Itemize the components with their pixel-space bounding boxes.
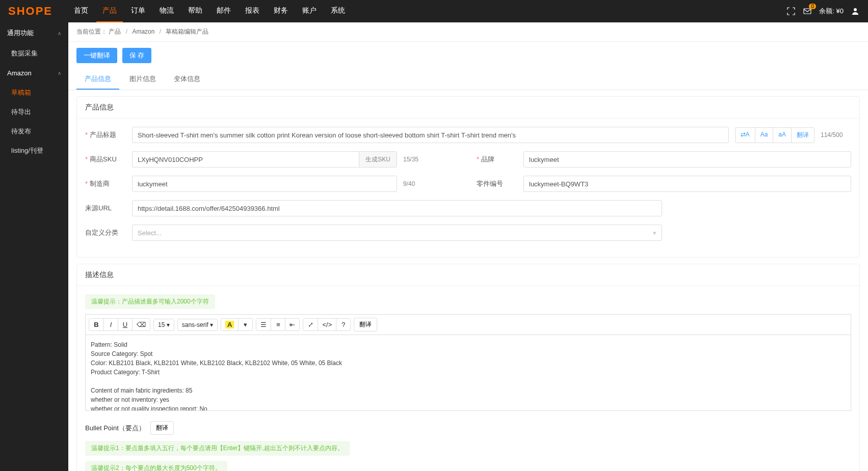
mail-icon[interactable]: 0 — [803, 7, 812, 16]
breadcrumb-product[interactable]: 产品 — [109, 28, 121, 35]
chevron-up-icon: ∧ — [58, 31, 61, 36]
logo: SHOPE — [8, 5, 52, 18]
nav-help[interactable]: 帮助 — [182, 0, 208, 22]
help-button[interactable]: ? — [336, 319, 350, 330]
topbar: SHOPE 首页 产品 订单 物流 帮助 邮件 报表 财务 账户 系统 0 余额… — [0, 0, 868, 22]
nav-mail[interactable]: 邮件 — [211, 0, 237, 22]
label-sku: 商品SKU — [85, 155, 126, 164]
label-brand: 品牌 — [477, 155, 517, 164]
nav-finance[interactable]: 财务 — [268, 0, 294, 22]
balance-label: 余额: ¥0 — [819, 7, 844, 16]
bullet-hint-2: 温馨提示2：每个要点的最大长度为500个字符。 — [85, 461, 227, 471]
label-source-url: 来源URL — [85, 204, 126, 213]
italic-button[interactable]: I — [103, 319, 118, 330]
brand-input[interactable] — [523, 151, 851, 168]
label-manufacturer: 制造商 — [85, 179, 126, 188]
generate-sku-button[interactable]: 生成SKU — [359, 151, 397, 168]
label-title: 产品标题 — [85, 130, 126, 140]
sidebar-item-publish[interactable]: 待发布 — [0, 122, 68, 141]
list-ol-button[interactable]: ≡ — [271, 319, 285, 330]
underline-button[interactable]: U — [118, 319, 132, 330]
action-bar: 一键翻译 保 存 — [68, 42, 868, 69]
card-title: 产品信息 — [77, 97, 859, 119]
breadcrumb: 当前位置： 产品 / Amazon / 草稿箱编辑产品 — [68, 22, 868, 42]
manufacturer-count: 9/40 — [403, 180, 434, 187]
label-custom-category: 自定义分类 — [85, 228, 126, 237]
nav-report[interactable]: 报表 — [239, 0, 266, 22]
erase-button[interactable]: ⌫ — [132, 319, 150, 330]
outdent-button[interactable]: ⇤ — [285, 319, 299, 330]
translate-title-button[interactable]: 翻译 — [791, 128, 814, 143]
sidebar-group-general[interactable]: 通用功能∧ — [0, 22, 68, 44]
label-part-number: 零件编号 — [477, 179, 517, 188]
nav-product[interactable]: 产品 — [96, 0, 123, 22]
user-icon[interactable] — [851, 7, 860, 16]
product-info-card: 产品信息 产品标题 ⇄A Aa aA 翻译 114/500 商品SKU — [76, 96, 860, 258]
breadcrumb-current: 草稿箱编辑产品 — [166, 28, 208, 35]
top-right: 0 余额: ¥0 — [786, 7, 860, 16]
chevron-up-icon: ∧ — [58, 70, 61, 76]
text-color-dropdown[interactable]: ▾ — [238, 319, 252, 330]
nav-system[interactable]: 系统 — [325, 0, 351, 22]
sku-count: 15/35 — [403, 156, 434, 163]
mail-badge: 0 — [809, 4, 816, 9]
code-button[interactable]: </> — [318, 319, 336, 330]
description-card: 描述信息 温馨提示：产品描述最多可输入2000个字符 B I U ⌫ 15 ▾ … — [76, 264, 860, 471]
font-size-select[interactable]: 15 ▾ — [153, 319, 174, 331]
expand-button[interactable]: ⤢ — [303, 319, 318, 330]
bold-button[interactable]: B — [89, 319, 103, 330]
text-color-button[interactable]: A — [221, 319, 238, 330]
font-family-select[interactable]: sans-serif ▾ — [177, 319, 218, 331]
sidebar-group-amazon[interactable]: Amazon∧ — [0, 63, 68, 83]
translate-button[interactable]: 一键翻译 — [76, 48, 117, 63]
svg-point-1 — [854, 8, 857, 11]
case-icon-2[interactable]: Aa — [755, 128, 773, 143]
case-icon-1[interactable]: ⇄A — [735, 128, 755, 143]
title-tools: ⇄A Aa aA 翻译 — [735, 127, 814, 143]
sku-input[interactable] — [132, 151, 359, 168]
nav-home[interactable]: 首页 — [68, 0, 94, 22]
top-nav: 首页 产品 订单 物流 帮助 邮件 报表 财务 账户 系统 — [68, 0, 351, 22]
breadcrumb-amazon[interactable]: Amazon — [132, 28, 154, 35]
part-number-input[interactable] — [523, 176, 851, 192]
source-url-input[interactable] — [132, 200, 662, 216]
editor-toolbar: B I U ⌫ 15 ▾ sans-serif ▾ A ▾ ☰ ≡ ⇤ — [85, 314, 851, 335]
manufacturer-input[interactable] — [132, 176, 397, 192]
tab-variant-info[interactable]: 变体信息 — [166, 69, 208, 89]
sidebar: 通用功能∧ 数据采集 Amazon∧ 草稿箱 待导出 待发布 listing/刊… — [0, 22, 68, 471]
tab-image-info[interactable]: 图片信息 — [121, 69, 164, 89]
main-content: 当前位置： 产品 / Amazon / 草稿箱编辑产品 一键翻译 保 存 产品信… — [68, 22, 868, 471]
custom-category-select[interactable]: Select... ▾ — [132, 225, 662, 241]
bullet-hint-1: 温馨提示1：要点最多填入五行，每个要点请用【Enter】键隔开,超出五个则不计入… — [85, 441, 350, 456]
nav-logistics[interactable]: 物流 — [153, 0, 180, 22]
translate-bullet-button[interactable]: 翻译 — [150, 421, 174, 435]
sidebar-item-listing[interactable]: listing/刊登 — [0, 141, 68, 160]
fullscreen-icon[interactable] — [786, 7, 796, 16]
case-icon-3[interactable]: aA — [773, 128, 791, 143]
svg-rect-0 — [804, 9, 811, 14]
nav-account[interactable]: 账户 — [296, 0, 323, 22]
card-title-desc: 描述信息 — [77, 264, 859, 286]
nav-order[interactable]: 订单 — [125, 0, 151, 22]
desc-hint: 温馨提示：产品描述最多可输入2000个字符 — [85, 294, 215, 309]
title-count: 114/500 — [821, 131, 851, 138]
translate-desc-button[interactable]: 翻译 — [354, 318, 377, 331]
tabs: 产品信息 图片信息 变体信息 — [68, 69, 868, 90]
tab-product-info[interactable]: 产品信息 — [76, 69, 119, 90]
bullet-title: Bullet Point（要点） — [85, 424, 145, 433]
chevron-down-icon: ▾ — [653, 229, 656, 237]
sidebar-item-collect[interactable]: 数据采集 — [0, 44, 68, 63]
sidebar-item-export[interactable]: 待导出 — [0, 102, 68, 122]
list-ul-button[interactable]: ☰ — [256, 319, 271, 330]
sidebar-item-draft[interactable]: 草稿箱 — [0, 83, 68, 102]
title-input[interactable] — [132, 127, 729, 143]
save-button[interactable]: 保 存 — [122, 48, 152, 63]
editor-textarea[interactable]: Pattern: Solid Source Category: Spot Col… — [85, 335, 851, 411]
